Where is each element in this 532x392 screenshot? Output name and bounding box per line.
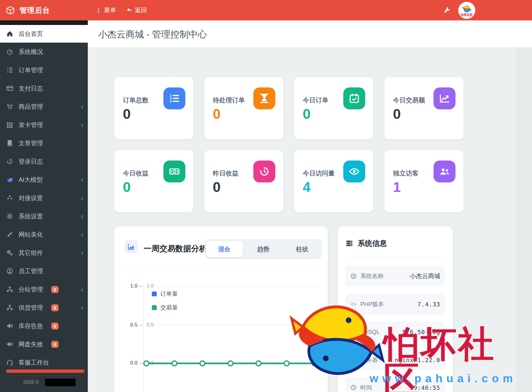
sidebar-item-substation[interactable]: 分站管理 0 ‹ <box>0 280 88 298</box>
tab-bar[interactable]: 柱状 <box>284 241 320 257</box>
stat-label: 独立访客 <box>393 169 419 178</box>
stat-label: 今日收益 <box>123 169 148 178</box>
stat-card-total-orders: 订单总数 0 <box>114 77 193 139</box>
stat-card-yesterday-income: 昨日收益 0 <box>204 150 283 212</box>
stat-value: 4 <box>303 179 311 195</box>
legend-swatch <box>152 305 157 310</box>
sidebar-item-articles[interactable]: 文章管理 <box>0 134 88 152</box>
sidebar-item-card-issuing[interactable]: 发卡管理 ‹ <box>0 116 88 134</box>
clock-icon <box>350 384 357 391</box>
chevron-left-icon: ‹ <box>81 194 84 202</box>
sidebar-item-products[interactable]: 商品管理 ‹ <box>0 97 88 116</box>
divider <box>345 257 445 257</box>
stat-label: 今日订单 <box>303 96 328 104</box>
sidebar-item-overview[interactable]: 系统概况 <box>0 43 88 61</box>
sidebar-item-support-desk[interactable]: 客服工作台 <box>0 353 88 372</box>
home-icon <box>6 30 13 37</box>
sidebar-item-label: 商品管理 <box>19 103 43 111</box>
whale-icon <box>6 176 13 183</box>
sidebar-item-supply[interactable]: 供货管理 0 ‹ <box>0 298 88 317</box>
title-band: 小杰云商城 - 管理控制中心 <box>88 20 532 47</box>
sidebar-item-beautify[interactable]: 网站美化 ‹ <box>0 225 88 244</box>
badge-count: 0 <box>51 323 59 330</box>
sitemap-icon <box>6 286 13 293</box>
sidebar-item-ai-model[interactable]: AI大模型 ‹ <box>0 171 88 189</box>
info-value: 小杰云商城 <box>410 272 440 280</box>
back-button-label: 返回 <box>135 6 147 14</box>
info-value: 5.6.50-log <box>402 329 440 335</box>
fish-logo-icon <box>461 4 473 13</box>
users-icon <box>434 161 455 182</box>
legend-label: 订单量 <box>160 290 178 298</box>
sidebar-item-settings[interactable]: 系统设置 ‹ <box>0 207 88 225</box>
brush-icon <box>6 231 13 238</box>
divider <box>124 270 318 270</box>
info-label: PHP版本 <box>360 300 384 308</box>
chart-card: 一周交易数据分析 混合 趋势 柱状 1.0 0.5 0.0 1.0 0.5 0.… <box>114 226 328 392</box>
info-value: 19:46:55 <box>410 384 440 391</box>
sidebar-item-label: 网站美化 <box>19 231 43 239</box>
system-info-header: 系统信息 <box>345 238 387 248</box>
topbar: 管理后台 菜单 返回 怕坏社区 <box>0 0 532 20</box>
sidebar-item-label: 库存告急 <box>19 322 43 330</box>
info-label: MySQL <box>360 329 380 335</box>
tab-trend[interactable]: 趋势 <box>245 241 282 257</box>
badge-count: 0 <box>51 304 59 311</box>
copyright: 2026 © <box>23 380 39 385</box>
stat-card-unique-visitors: 独立访客 1 <box>384 150 463 212</box>
hourglass-icon <box>253 87 275 109</box>
code-icon <box>350 301 357 307</box>
stat-value: 0 <box>123 106 131 122</box>
sidebar-item-label: 登录日志 <box>19 157 43 166</box>
avatar[interactable]: 怕坏社区 <box>458 2 475 19</box>
sidebar-item-login-log[interactable]: 登录日志 <box>0 152 88 171</box>
stat-card-today-volume: 今日交易额 0 <box>384 77 463 139</box>
sidebar-item-label: 供货管理 <box>19 304 43 312</box>
calendar-check-icon <box>343 87 365 109</box>
stat-label: 订单总数 <box>123 96 148 104</box>
y-axis-tick-label: 0.0 <box>114 360 137 366</box>
bullhorn-icon <box>6 341 13 348</box>
menu-button[interactable]: 菜单 <box>95 6 116 14</box>
sidebar-item-label: 客服工作台 <box>19 358 49 367</box>
sidebar-item-label: 发卡管理 <box>19 121 43 129</box>
menu-button-label: 菜单 <box>104 6 116 14</box>
back-button[interactable]: 返回 <box>126 6 147 14</box>
stat-label: 昨日收益 <box>213 169 238 178</box>
sidebar-item-label: 对接设置 <box>19 194 43 202</box>
wrench-icon[interactable] <box>443 6 451 14</box>
cart-icon <box>6 103 13 110</box>
legend-item-orders[interactable]: 订单量 <box>152 290 178 298</box>
sidebar-item-netdisk-invalid[interactable]: 网盘失效 0 <box>0 335 88 353</box>
sidebar-item-home[interactable]: 后台首页 <box>0 25 88 43</box>
trend-plot <box>143 286 318 392</box>
history-icon <box>253 161 275 182</box>
tab-mixed[interactable]: 混合 <box>206 241 243 257</box>
brand-title: 管理后台 <box>20 5 50 15</box>
badge-count: 0 <box>51 286 59 293</box>
sidebar-item-components[interactable]: 其它组件 ‹ <box>0 244 88 262</box>
sidebar-item-staff[interactable]: 员工管理 <box>0 262 88 280</box>
list-icon <box>6 66 13 74</box>
legend-item-trades[interactable]: 交易量 <box>152 304 178 312</box>
stat-value: 0 <box>213 179 221 195</box>
stat-label: 今日交易额 <box>393 96 425 104</box>
chevron-left-icon: ‹ <box>81 176 84 184</box>
info-row-system-name: 系统名称 小杰云商城 <box>345 266 445 286</box>
system-info-title: 系统信息 <box>358 238 387 248</box>
sidebar-item-label: 订单管理 <box>19 66 43 74</box>
list-ol-icon <box>163 87 185 109</box>
headset-icon <box>6 359 13 366</box>
sidebar-item-orders[interactable]: 订单管理 <box>0 61 88 79</box>
chart-title: 一周交易数据分析 <box>144 243 207 254</box>
page-title: 小杰云商城 - 管理控制中心 <box>88 20 532 41</box>
system-info-card: 系统信息 系统名称 小杰云商城 PHP版本 7.4.33 MySQL 5.6.5… <box>338 226 453 392</box>
sidebar-item-label: 员工管理 <box>19 267 43 275</box>
sidebar-item-integration[interactable]: 对接设置 ‹ <box>0 189 88 207</box>
sidebar-item-payment-log[interactable]: 支付日志 <box>0 79 88 97</box>
stat-card-today-orders: 今日订单 0 <box>294 77 373 139</box>
sidebar-item-stock-alert[interactable]: 库存告急 0 <box>0 317 88 335</box>
axis-tick <box>139 363 143 364</box>
sidebar-item-label: 其它组件 <box>19 249 43 257</box>
chart-tabs: 混合 趋势 柱状 <box>205 239 322 259</box>
